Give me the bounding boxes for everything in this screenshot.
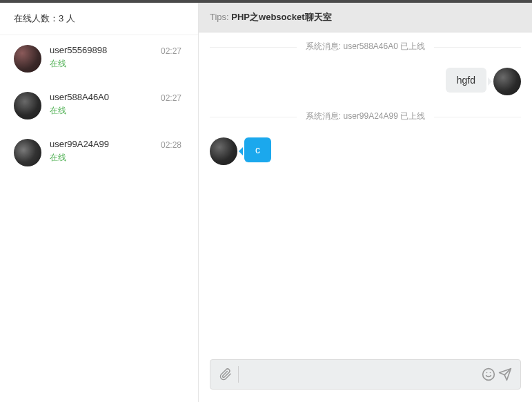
online-count: 在线人数：3 人	[0, 3, 198, 35]
avatar	[493, 68, 521, 95]
user-item[interactable]: user55569898 在线 02:27	[0, 35, 198, 82]
chat-main: Tips: PHP之websocket聊天室 系统消息: user588A46A…	[199, 3, 532, 402]
message-row-incoming: c	[210, 137, 521, 165]
system-message: 系统消息: user588A46A0 已上线	[210, 32, 521, 61]
sidebar: 在线人数：3 人 user55569898 在线 02:27 user588A4…	[0, 3, 199, 402]
tips-label: Tips:	[210, 12, 231, 22]
user-time: 02:27	[161, 93, 181, 103]
avatar	[210, 137, 237, 165]
paperclip-icon[interactable]	[217, 366, 234, 383]
online-count-label: 在线人数：	[14, 13, 59, 23]
user-item[interactable]: user588A46A0 在线 02:27	[0, 82, 198, 129]
user-status: 在线	[50, 58, 184, 70]
user-list: user55569898 在线 02:27 user588A46A0 在线 02…	[0, 35, 198, 176]
user-time: 02:27	[161, 46, 181, 56]
message-input[interactable]	[243, 369, 480, 380]
message-input-bar	[210, 359, 521, 390]
avatar	[14, 139, 41, 166]
message-row-outgoing: hgfd	[210, 68, 521, 95]
avatar	[14, 92, 41, 119]
message-bubble: hgfd	[446, 68, 486, 93]
system-message: 系统消息: user99A24A99 已上线	[210, 102, 521, 131]
online-count-value: 3 人	[59, 13, 75, 23]
user-time: 02:28	[161, 140, 181, 150]
user-item[interactable]: user99A24A99 在线 02:28	[0, 129, 198, 176]
tips-title: PHP之websocket聊天室	[231, 12, 331, 22]
send-icon[interactable]	[497, 366, 513, 383]
user-status: 在线	[50, 105, 184, 117]
emoji-icon[interactable]	[480, 366, 497, 383]
svg-point-0	[483, 369, 495, 381]
header-tips: Tips: PHP之websocket聊天室	[199, 3, 532, 32]
chat-area[interactable]: 系统消息: user588A46A0 已上线 hgfd 系统消息: user99…	[199, 32, 532, 351]
avatar	[14, 45, 41, 73]
divider	[238, 366, 239, 383]
message-bubble: c	[244, 137, 271, 162]
user-status: 在线	[50, 152, 184, 164]
